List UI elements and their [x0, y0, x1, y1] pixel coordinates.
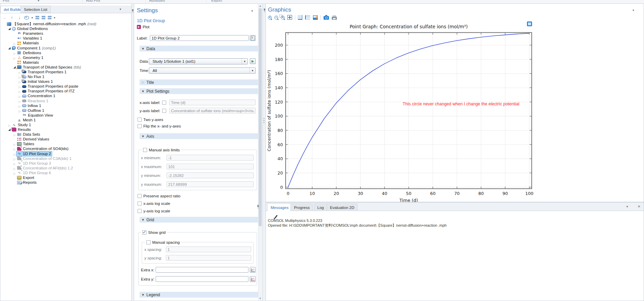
zoom-extents-icon[interactable] [287, 15, 292, 20]
section-legend[interactable]: ▼ Legend [140, 292, 260, 298]
graphics-menu-caret-icon[interactable]: ▾ [632, 9, 634, 12]
settings-scrollbar[interactable]: ▲ ▼ [258, 4, 262, 300]
model-tree-nodes-icon[interactable] [48, 16, 52, 19]
tree-expander-icon[interactable] [13, 55, 16, 61]
move-down-icon[interactable]: ↓ [17, 15, 22, 20]
section-plot-settings[interactable]: ▼ Plot Settings [140, 88, 260, 94]
tree-item-transport-of-diluted-species[interactable]: Transport of Diluted Species(tds) [1, 65, 131, 70]
tab-messages[interactable]: Messages [267, 204, 292, 211]
x-maximum-input[interactable] [167, 164, 254, 169]
tree-expander-icon[interactable] [18, 107, 22, 114]
extra-x-input[interactable] [156, 267, 248, 273]
go-forward-icon[interactable]: → [2, 15, 7, 20]
tree-expander-icon[interactable] [13, 131, 16, 137]
section-axis[interactable]: ▼ Axis [140, 133, 260, 139]
settings-pin-icon[interactable] [131, 9, 134, 13]
x-axis-label-input[interactable] [169, 100, 256, 105]
settings-menu-caret-icon[interactable]: ▾ [251, 9, 253, 13]
preserve-aspect-checkbox[interactable] [138, 194, 142, 198]
show-caret-icon[interactable]: ▾ [31, 16, 33, 19]
two-y-axes-checkbox[interactable] [138, 118, 142, 122]
nodes-caret-icon[interactable]: ▾ [54, 16, 56, 19]
expand-all-icon[interactable] [42, 16, 45, 19]
extra-y-range-button[interactable] [250, 276, 256, 282]
x-spacing-input[interactable] [166, 246, 251, 252]
section-grid[interactable]: ▼ Grid [140, 217, 260, 223]
x-axis-label-checkbox[interactable] [162, 101, 166, 105]
tree-item-1d-plot-group-6[interactable]: 1D Plot Group 6 [1, 170, 131, 175]
show-grid-checkbox[interactable] [142, 230, 146, 235]
x-minimum-input[interactable] [167, 155, 254, 161]
image-snapshot-icon[interactable] [313, 15, 318, 20]
extra-x-range-button[interactable] [250, 267, 256, 273]
x-log-checkbox[interactable] [138, 201, 142, 206]
section-title[interactable]: ▷ Title [140, 79, 260, 85]
tree-item-mesh-1[interactable]: Mesh 1 [1, 118, 131, 122]
tree-item-definitions[interactable]: Definitions [1, 50, 131, 55]
ribbon-group-add-plot[interactable]: Add Plot [86, 0, 100, 2]
panel-menu-caret-icon[interactable]: ▾ [119, 7, 121, 11]
tab-progress[interactable]: Progress [290, 204, 313, 211]
tree-expander-icon[interactable] [13, 64, 16, 70]
go-to-source-button[interactable] [250, 58, 256, 64]
dataset-combo[interactable]: Study 1/Solution 1 (sol1) ▼ [149, 58, 248, 64]
tab-selection-list[interactable]: Selection List [20, 6, 51, 13]
manual-axis-limits-row[interactable]: Manual axis limits [142, 148, 181, 152]
ribbon-group-attributes[interactable]: Attributes [149, 0, 165, 2]
zoom-box-icon[interactable]: + [281, 16, 285, 19]
print-icon[interactable] [332, 17, 337, 20]
y-minimum-input[interactable] [167, 172, 254, 178]
tree-item-outflow-1[interactable]: Outflow 1 [1, 108, 131, 113]
tree-item-reports[interactable]: Reports [1, 180, 131, 185]
splitter-handle[interactable] [263, 120, 264, 121]
messages-close-icon[interactable]: × [638, 204, 640, 209]
tree-item-export[interactable]: Export [1, 175, 131, 180]
label-input[interactable] [150, 35, 249, 41]
rename-button[interactable] [250, 35, 256, 41]
tree-item-concentration-of-so4-tds[interactable]: Concentration of SO4(tds) [1, 146, 131, 151]
tree-item-variables-1[interactable]: Variables 1 [1, 36, 131, 41]
tree-item-geometry-1[interactable]: Geometry 1 [1, 55, 131, 60]
tree-item-data-sets[interactable]: Data Sets [1, 132, 131, 137]
tree-item-materials[interactable]: Materials [1, 60, 131, 65]
y-spacing-input[interactable] [166, 255, 251, 261]
y-axis-label-input[interactable] [169, 108, 256, 114]
tree-item-materials[interactable]: Materials [1, 41, 131, 45]
manual-spacing-checkbox[interactable] [146, 240, 151, 244]
tree-expander-icon[interactable] [8, 26, 11, 32]
camera-icon[interactable] [324, 16, 329, 20]
show-icon[interactable] [24, 16, 29, 19]
tree-item-global-definitions[interactable]: Global Definitions [1, 26, 131, 31]
manual-spacing-row[interactable]: Manual spacing [145, 240, 181, 244]
move-up-icon[interactable]: ↑ [9, 15, 14, 20]
ribbon-plot-caret[interactable]: ▾ [38, 0, 40, 3]
tree-item-derived-values[interactable]: Derived Values [1, 137, 131, 141]
tree-item-component-1[interactable]: Component 1(comp1) [1, 45, 131, 50]
tab-evaluation-2d[interactable]: Evaluation 2D [327, 204, 358, 211]
y-log-checkbox[interactable] [138, 209, 142, 213]
splitter-handle[interactable] [263, 122, 264, 123]
messages-pin-icon[interactable] [256, 205, 260, 209]
tree-item-equation-view[interactable]: Equation View [1, 113, 131, 118]
section-data[interactable]: ▼ Data [140, 46, 260, 51]
tree-expander-icon[interactable] [8, 45, 11, 51]
x-grid-icon[interactable] [298, 15, 302, 20]
tree-item-concentration-of-aft-tds-1-2[interactable]: Concentration of AFt(tds) 1.2 [1, 166, 131, 170]
scrollbar-thumb[interactable] [259, 8, 262, 226]
collapse-all-icon[interactable] [35, 16, 39, 19]
splitter-handle[interactable] [263, 118, 264, 119]
messages-menu-caret-icon[interactable]: ▾ [626, 205, 628, 208]
pin-icon[interactable] [0, 7, 0, 12]
scroll-up-icon[interactable]: ▲ [258, 4, 262, 7]
flip-axes-checkbox[interactable] [138, 124, 142, 128]
ribbon-group-export[interactable]: Export [211, 0, 222, 2]
y-axis-label-checkbox[interactable] [162, 109, 166, 113]
tab-log[interactable]: Log [314, 204, 327, 211]
manual-axis-limits-checkbox[interactable] [143, 148, 147, 152]
ribbon-group-plot[interactable]: Plot [3, 0, 9, 2]
time-selection-combo[interactable]: All ▼ [149, 67, 256, 74]
tree-item-results[interactable]: Results [1, 127, 131, 132]
show-grid-row[interactable]: Show grid [141, 230, 167, 235]
tree-item-concentration-of-c3a-tds-1[interactable]: Concentration of C3A(tds) 1 [1, 156, 131, 161]
extra-y-input[interactable] [156, 276, 248, 282]
